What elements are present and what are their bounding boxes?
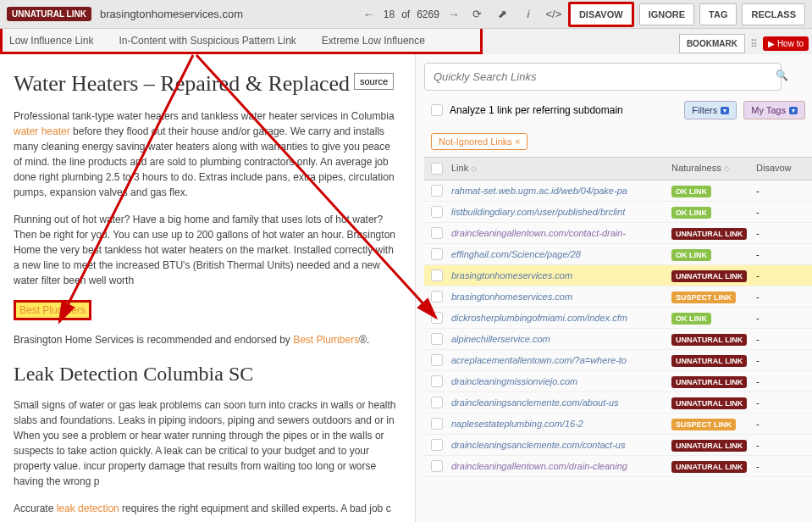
naturalness-badge: UNNATURAL LINK (671, 461, 747, 473)
leak-detection-link[interactable]: leak detection (57, 503, 119, 514)
code-icon[interactable]: </> (544, 5, 563, 24)
best-plumbers-link[interactable]: Best Plumbers (293, 334, 359, 346)
prev-arrow-icon[interactable]: ← (362, 7, 377, 22)
col-disavow-header[interactable]: Disavow (756, 163, 792, 173)
links-table-body: rahmat-set.web.ugm.ac.id/web/04/pake-pa … (424, 180, 812, 477)
position-current: 18 (384, 8, 395, 20)
sort-icon[interactable]: ◇ (471, 164, 477, 173)
article-paragraph-3: Brasington Home Services is recommended … (14, 332, 401, 347)
position-of: of (401, 8, 410, 20)
analyze-checkbox[interactable] (431, 104, 443, 116)
table-row[interactable]: draincleaningsanclemente.com/contact-us … (424, 435, 812, 456)
row-checkbox[interactable] (431, 460, 443, 472)
table-row[interactable]: acreplacementallentown.com/?a=where-to U… (424, 350, 812, 371)
link-url[interactable]: brasingtonhomeservices.com (451, 292, 671, 302)
naturalness-badge: SUSPECT LINK (671, 419, 736, 430)
naturalness-badge: OK LINK (671, 249, 711, 261)
link-url[interactable]: draincleaningallentown.com/contact-drain… (451, 228, 671, 238)
table-row[interactable]: brasingtonhomeservices.com UNNATURAL LIN… (424, 265, 812, 286)
link-url[interactable]: draincleaningsanclemente.com/contact-us (451, 440, 671, 450)
grid-icon[interactable]: ⠿ (750, 38, 758, 50)
link-status-badge: UNNATURAL LINK (7, 7, 91, 21)
tag-button[interactable]: TAG (699, 3, 737, 25)
link-url[interactable]: acreplacementallentown.com/?a=where-to (451, 355, 671, 365)
disavow-cell: - (756, 249, 805, 259)
naturalness-badge: UNNATURAL LINK (671, 334, 747, 346)
reclass-button[interactable]: RECLASS (742, 3, 805, 25)
row-checkbox[interactable] (431, 397, 443, 408)
link-url[interactable]: brasingtonhomeservices.com (451, 270, 671, 280)
best-plumbers-highlighted-link[interactable]: Best Plumbers (14, 300, 91, 320)
table-row[interactable]: listbuildingdiary.com/user/published/brc… (424, 202, 812, 223)
disavow-cell: - (756, 376, 805, 386)
page-preview-pane: Water Heaters – Repaired & Replaced Prof… (0, 54, 415, 522)
bookmark-button[interactable]: BOOKMARK (679, 34, 745, 53)
howto-button[interactable]: ▶ How to (763, 36, 809, 51)
next-arrow-icon[interactable]: → (446, 7, 461, 22)
filters-button[interactable]: Filters ▾ (684, 101, 737, 119)
table-row[interactable]: draincleaningallentown.com/contact-drain… (424, 223, 812, 244)
article-paragraph-4: Small signs of water or gas leak problem… (14, 397, 401, 489)
table-row[interactable]: draincleaningallentown.com/drain-cleanin… (424, 456, 812, 477)
table-row[interactable]: draincleaningsanclemente.com/about-us UN… (424, 392, 812, 414)
link-url[interactable]: dickrosherplumbingofmiami.com/index.cfm (451, 313, 671, 323)
naturalness-badge: SUSPECT LINK (671, 292, 736, 303)
naturalness-badge: UNNATURAL LINK (671, 228, 747, 240)
mytags-button[interactable]: My Tags ▾ (743, 101, 805, 119)
search-input[interactable] (424, 63, 782, 91)
table-row[interactable]: brasingtonhomeservices.com SUSPECT LINK … (424, 286, 812, 308)
disavow-button[interactable]: DISAVOW (568, 2, 634, 27)
naturalness-badge: UNNATURAL LINK (671, 355, 747, 367)
row-checkbox[interactable] (431, 439, 443, 451)
table-row[interactable]: naplesestateplumbing.com/16-2 SUSPECT LI… (424, 414, 812, 435)
article-heading-1: Water Heaters – Repaired & Replaced (14, 71, 401, 97)
search-icon[interactable]: 🔍 (776, 69, 788, 81)
refresh-icon[interactable]: ⟳ (468, 5, 487, 24)
tag-suspicious-pattern: In-Content with Suspicious Pattern Link (119, 35, 296, 47)
row-checkbox[interactable] (431, 418, 443, 430)
table-row[interactable]: draincleaningmissionviejo.com UNNATURAL … (424, 371, 812, 392)
open-external-icon[interactable]: ⬈ (494, 5, 512, 24)
link-url[interactable]: rahmat-set.web.ugm.ac.id/web/04/pake-pa (451, 186, 671, 196)
disavow-cell: - (756, 440, 805, 450)
disavow-cell: - (756, 228, 805, 238)
row-checkbox[interactable] (431, 312, 443, 324)
select-all-checkbox[interactable] (431, 163, 443, 175)
table-row[interactable]: rahmat-set.web.ugm.ac.id/web/04/pake-pa … (424, 180, 812, 202)
col-link-header[interactable]: Link (451, 163, 468, 173)
table-row[interactable]: effinghail.com/Science/page/28 OK LINK - (424, 244, 812, 265)
row-checkbox[interactable] (431, 227, 443, 239)
link-url[interactable]: effinghail.com/Science/page/28 (451, 249, 671, 259)
disavow-cell: - (756, 419, 805, 429)
ignore-button[interactable]: IGNORE (639, 3, 694, 25)
sort-icon[interactable]: ◇ (724, 164, 730, 173)
table-row[interactable]: alpinechillerservice.com UNNATURAL LINK … (424, 329, 812, 350)
naturalness-badge: OK LINK (671, 186, 711, 197)
article-heading-2: Leak Detection Columbia SC (14, 363, 401, 386)
row-checkbox[interactable] (431, 354, 443, 366)
link-url[interactable]: naplesestateplumbing.com/16-2 (451, 419, 671, 429)
link-url[interactable]: alpinechillerservice.com (451, 334, 671, 344)
row-checkbox[interactable] (431, 248, 443, 260)
row-checkbox[interactable] (431, 206, 443, 218)
row-checkbox[interactable] (431, 269, 443, 281)
naturalness-badge: UNNATURAL LINK (671, 376, 747, 388)
table-row[interactable]: dickrosherplumbingofmiami.com/index.cfm … (424, 308, 812, 329)
disavow-cell: - (756, 355, 805, 365)
info-icon[interactable]: i (519, 5, 538, 24)
disavow-cell: - (756, 270, 805, 280)
disavow-cell: - (756, 292, 805, 302)
row-checkbox[interactable] (431, 375, 443, 387)
link-url[interactable]: draincleaningallentown.com/drain-cleanin… (451, 461, 671, 471)
not-ignored-filter-chip[interactable]: Not-Ignored Links × (431, 133, 528, 150)
source-tag[interactable]: source (354, 73, 394, 90)
link-url[interactable]: draincleaningsanclemente.com/about-us (451, 397, 671, 408)
link-url[interactable]: draincleaningmissionviejo.com (451, 376, 671, 386)
article-paragraph-1: Professional tank-type water heaters and… (14, 108, 401, 200)
row-checkbox[interactable] (431, 333, 443, 345)
row-checkbox[interactable] (431, 291, 443, 303)
water-heater-link[interactable]: water heater (14, 125, 70, 137)
row-checkbox[interactable] (431, 185, 443, 197)
col-naturalness-header[interactable]: Naturalness (671, 163, 721, 173)
link-url[interactable]: listbuildingdiary.com/user/published/brc… (451, 207, 671, 217)
